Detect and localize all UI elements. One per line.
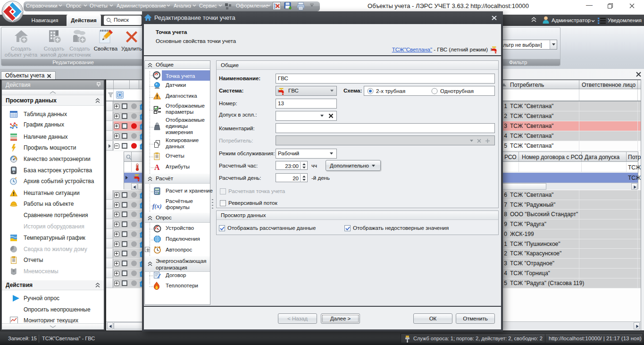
svg-text:A: A — [154, 163, 160, 171]
svg-text:f(x): f(x) — [152, 202, 162, 210]
